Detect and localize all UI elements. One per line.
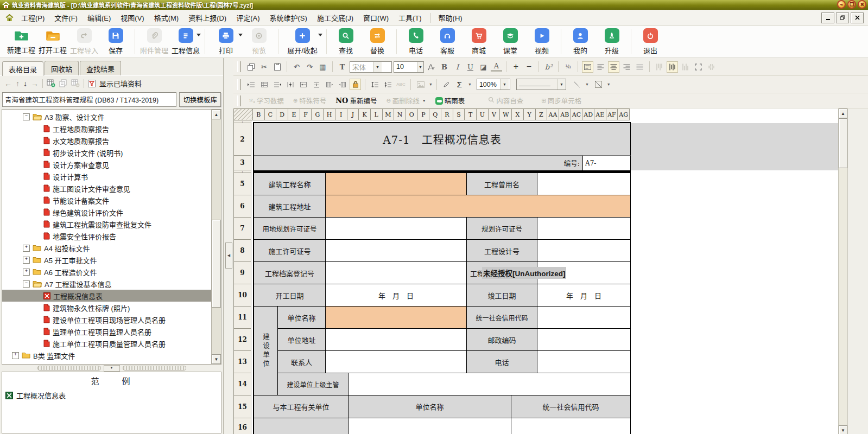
column-header[interactable]: AA [547,108,559,120]
column-header[interactable]: X [512,108,524,120]
save-button[interactable]: 保存 [100,27,131,56]
font-size-combo[interactable]: 10 ▼ [394,61,424,73]
tree-folder-a7[interactable]: − A7 工程建设基本信息 [2,278,211,290]
menu-item[interactable]: 格式(M) [149,10,184,25]
vertical-align-bottom-icon[interactable] [680,61,691,73]
new-project-button[interactable]: 新建工程 [5,27,37,56]
insert-column-icon[interactable] [324,79,335,90]
column-header[interactable]: M [383,108,395,120]
tree-scroll-track[interactable] [212,119,221,354]
sample-item[interactable]: 工程概况信息表 [2,388,221,403]
sum-icon[interactable]: Σ [454,79,465,90]
column-header[interactable]: S [453,108,465,120]
tree-folder-a4[interactable]: + A4 招投标文件 [2,242,211,254]
phone-button[interactable]: 电话 [400,27,432,56]
vertical-align-middle-icon[interactable] [667,61,678,73]
home-menu-icon[interactable] [5,14,14,22]
column-header[interactable]: W [500,108,512,120]
row-header[interactable]: 10 [233,284,251,307]
column-header[interactable]: O [406,108,418,120]
sum-dropdown-icon[interactable]: ▼ [468,82,472,86]
tree-item-document[interactable]: 建筑工程抗震设防审查批复文件 [2,218,211,230]
column-header[interactable]: K [359,108,371,120]
input-cell-former-name[interactable] [537,173,631,195]
mall-button[interactable]: 商城 [463,27,495,56]
align-left-icon[interactable] [595,61,606,73]
tree-item-document[interactable]: 监理单位工程项目监理人员名册 [2,326,211,337]
panel-collapse-icon[interactable]: ◀ [225,242,232,269]
row-header[interactable]: 12 [233,329,251,351]
column-header[interactable]: Z [536,108,548,120]
italic-icon[interactable]: I [452,61,463,73]
expand-expander-icon[interactable]: + [23,257,30,264]
row-header[interactable]: 6 [233,195,251,218]
tree-scrollbar[interactable]: ▲ ▼ [211,110,221,364]
vertical-splitter[interactable]: ◀ [224,58,233,434]
row-header[interactable]: 7 [233,218,251,240]
input-cell-unit-address[interactable] [326,329,467,351]
column-header[interactable]: T [465,108,477,120]
replace-button[interactable]: 替换 [362,27,393,56]
spreadsheet[interactable]: BCDEFGHIJKLMNOPQRSTUVWXYZAAABACADAEAFAG … [233,108,838,434]
column-header[interactable]: F [300,108,312,120]
combo-dropdown-icon[interactable]: ▼ [557,79,566,90]
nav-down-icon[interactable]: ↓ [23,80,27,87]
bold-icon[interactable]: B [439,61,450,73]
input-cell-start-date[interactable]: 年 月 日 [326,284,467,307]
vertical-align-top-icon[interactable] [654,61,665,73]
tree-item-document[interactable]: 节能设计备案文件 [2,194,211,206]
tree-item-document[interactable]: 施工单位工程项目质量管理人员名册 [2,337,211,349]
column-header[interactable]: D [276,108,288,120]
nav-right-icon[interactable]: → [31,80,39,87]
increase-size-icon[interactable]: + [510,61,522,73]
diagonal-cell-dropdown-icon[interactable]: ▼ [607,82,611,86]
print-dropdown-caret[interactable] [238,34,243,36]
fill-color-icon[interactable]: ◪ [478,61,489,73]
menu-item[interactable]: 工程(P) [16,10,49,25]
expand-expander-icon[interactable]: + [12,352,19,359]
form-title-cell[interactable]: A7-1 工程概况信息表 [254,123,631,156]
column-header[interactable]: AG [618,108,630,120]
tree-item-document[interactable]: 绿色建筑设计评价文件 [2,206,211,218]
project-info-dropdown-caret[interactable] [197,34,201,36]
tree-item-document[interactable]: 建设单位工程项目现场管理人员名册 [2,314,211,326]
menu-item[interactable]: 视图(V) [116,10,149,25]
scroll-down-icon[interactable]: ▼ [839,425,847,434]
split-cells-vertical-icon[interactable] [284,79,296,90]
row-header[interactable]: 3 [233,156,251,170]
video-button[interactable]: 视频 [526,27,557,56]
cut-icon[interactable]: ✂ [258,61,270,73]
filter-label[interactable]: 显示已填资料 [99,78,142,88]
combo-dropdown-icon[interactable]: ▼ [500,79,509,90]
line-spacing-decrease-icon[interactable] [382,79,394,90]
project-info-button[interactable]: 工程信息 [170,27,201,56]
input-cell[interactable] [349,418,511,434]
merge-cells-icon[interactable] [297,79,309,90]
underline-icon[interactable]: U [465,61,476,73]
column-header[interactable]: AC [571,108,583,120]
customer-service-button[interactable]: 客服 [432,27,463,56]
tree-item-document[interactable]: 设计计算书 [2,170,211,182]
zoom-combo[interactable]: 100% ▼ [477,79,510,90]
toolbar-drag-handle[interactable] [237,61,241,72]
tree-item-document[interactable]: 初步设计文件 (说明书) [2,146,211,158]
tree-item-document[interactable]: 建筑物永久性标牌 (照片) [2,302,211,314]
nav-up-icon[interactable]: ↑ [16,80,20,87]
menu-item[interactable]: 评定(A) [231,10,264,25]
input-cell-postcode[interactable] [537,329,631,351]
clear-format-icon[interactable]: ▦ [317,61,328,73]
classroom-button[interactable]: 课堂 [495,27,526,56]
column-header[interactable]: AD [582,108,594,120]
input-cell-unit-name[interactable] [326,307,467,329]
column-header[interactable]: G [312,108,324,120]
exit-button[interactable]: 退出 [635,27,666,56]
menu-item[interactable]: 窗口(W) [358,10,394,25]
column-header[interactable]: R [441,108,453,120]
input-cell-project-name[interactable] [326,173,467,195]
tree-item-document[interactable]: 水文地质勘察报告 [2,135,211,146]
input-cell-credit-code[interactable] [537,307,631,329]
diagonal-line-icon[interactable] [571,79,582,90]
line-spacing-increase-icon[interactable] [369,79,381,90]
row-header[interactable]: 16 [233,418,251,434]
input-cell-finish-date[interactable]: 年 月 日 [537,284,631,307]
